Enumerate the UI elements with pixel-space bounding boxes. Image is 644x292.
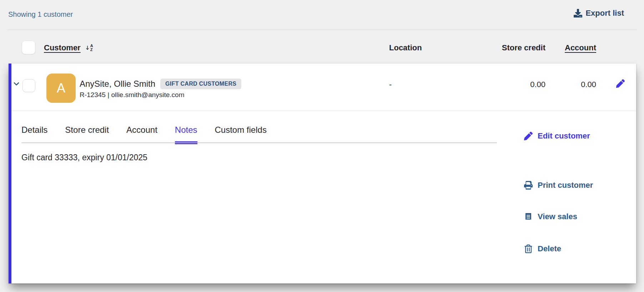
column-header-customer[interactable]: Customer A Z [44,43,93,52]
export-list-label: Export list [585,9,624,18]
print-customer-button[interactable]: Print customer [524,181,593,190]
customer-name: AnySite, Ollie Smith [80,79,155,89]
view-sales-button[interactable]: View sales [524,212,577,221]
customer-column-label: Customer [44,43,81,52]
print-customer-label: Print customer [538,181,593,190]
select-all-checkbox[interactable] [22,41,35,54]
customer-row-expanded[interactable]: A AnySite, Ollie Smith GIFT CARD CUSTOME… [9,64,636,283]
column-header-location: Location [389,43,422,52]
trash-icon [524,245,533,253]
sort-letter-z: Z [90,48,93,52]
avatar: A [46,74,76,103]
export-list-button[interactable]: Export list [574,9,624,18]
tab-details[interactable]: Details [21,125,47,144]
receipt-icon [524,212,533,221]
delete-customer-button[interactable]: Delete [524,244,561,253]
customer-code-email: R-12345 | ollie.smith@anysite.com [80,91,185,99]
cell-account: 0.00 [581,80,596,89]
showing-count-text: Showing 1 customer [8,10,73,19]
table-header: Customer A Z Location Store credit Accou… [9,30,636,64]
row-edit-pencil-icon[interactable] [616,79,625,88]
tab-store-credit[interactable]: Store credit [65,125,109,144]
cell-location: - [389,80,392,89]
customer-group-badge: GIFT CARD CUSTOMERS [160,79,241,89]
column-header-store-credit: Store credit [502,43,545,52]
tabs-baseline [21,142,497,143]
row-divider [11,111,636,111]
sort-az-icon[interactable]: A Z [85,44,93,52]
column-header-account[interactable]: Account [565,43,596,52]
view-sales-label: View sales [538,212,577,221]
download-icon [574,9,582,17]
collapse-row-chevron[interactable] [12,80,21,88]
cell-store-credit: 0.00 [530,80,545,89]
account-column-label: Account [565,43,596,52]
pencil-icon [524,132,533,140]
edit-customer-button[interactable]: Edit customer [524,131,590,141]
tab-notes[interactable]: Notes [175,125,197,144]
tab-account[interactable]: Account [126,125,157,144]
tab-custom-fields[interactable]: Custom fields [215,125,267,144]
delete-customer-label: Delete [538,244,561,253]
customer-note-text: Gift card 33333, expiry 01/01/2025 [21,153,147,162]
printer-icon [524,181,533,190]
detail-tabs: Details Store credit Account Notes Custo… [21,125,267,144]
avatar-letter: A [57,81,65,96]
edit-customer-label: Edit customer [538,131,590,141]
chevron-down-icon [12,80,21,88]
row-checkbox[interactable] [22,79,35,92]
